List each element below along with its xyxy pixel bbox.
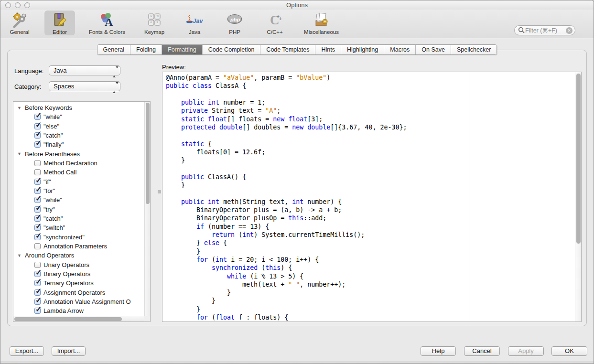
- toolbar-item-c-cpp[interactable]: C + + C/C++: [259, 11, 290, 35]
- tree-row[interactable]: Annotation Parameters: [13, 242, 144, 251]
- clear-filter-icon[interactable]: ✕: [566, 27, 572, 34]
- checkbox[interactable]: [34, 280, 41, 286]
- toolbar-item-fonts-colors[interactable]: A Fonts & Colors: [85, 11, 130, 35]
- import-button[interactable]: Import...: [52, 346, 86, 356]
- filter-input[interactable]: [525, 27, 566, 34]
- apply-button[interactable]: Apply: [508, 346, 544, 356]
- checkbox[interactable]: [34, 179, 41, 185]
- checkbox[interactable]: [34, 188, 41, 194]
- svg-text:Java: Java: [193, 18, 203, 24]
- tree-row[interactable]: Assignment Operators: [13, 288, 144, 297]
- tree-row[interactable]: "synchronized": [13, 233, 144, 242]
- toolbar-label: Java: [189, 29, 200, 35]
- title-bar: Options: [0, 0, 594, 10]
- tab-code-completion[interactable]: Code Completion: [203, 45, 261, 54]
- checkbox[interactable]: [34, 114, 41, 120]
- preview-vertical-scrollbar-thumb[interactable]: [576, 74, 581, 244]
- toolbar-item-general[interactable]: General: [4, 11, 35, 35]
- disclosure-triangle-icon[interactable]: ▼: [17, 253, 22, 258]
- code-line: [166, 164, 407, 172]
- tree-horizontal-scrollbar[interactable]: [13, 316, 144, 321]
- checkbox[interactable]: [34, 299, 41, 305]
- tree-row[interactable]: "while": [13, 112, 144, 121]
- tree-row[interactable]: "for": [13, 186, 144, 195]
- ok-button[interactable]: OK: [551, 346, 587, 356]
- checkbox[interactable]: [34, 160, 41, 166]
- tab-general[interactable]: General: [97, 45, 130, 54]
- category-label: Category:: [14, 83, 41, 90]
- tree-item-label: Lambda Arrow: [43, 307, 84, 314]
- checkbox[interactable]: [34, 141, 41, 148]
- checkbox[interactable]: [34, 308, 41, 314]
- tab-macros[interactable]: Macros: [384, 45, 416, 54]
- tab-spellchecker[interactable]: Spellchecker: [451, 45, 497, 54]
- checkbox[interactable]: [34, 197, 41, 203]
- tree-row[interactable]: "else": [13, 122, 144, 131]
- checkbox[interactable]: [34, 132, 41, 139]
- svg-text:+: +: [279, 16, 282, 21]
- tree-row[interactable]: Unary Operators: [13, 260, 144, 269]
- category-select[interactable]: Spaces: [49, 81, 120, 91]
- tree-row[interactable]: Binary Operators: [13, 269, 144, 278]
- filter-field[interactable]: ✕: [514, 25, 575, 35]
- checkbox[interactable]: [34, 262, 41, 268]
- checkbox[interactable]: [34, 123, 41, 129]
- tab-hints[interactable]: Hints: [315, 45, 341, 54]
- tab-folding[interactable]: Folding: [130, 45, 162, 54]
- tab-code-templates[interactable]: Code Templates: [260, 45, 315, 54]
- tree-row[interactable]: "switch": [13, 223, 144, 232]
- tree-row[interactable]: "catch": [13, 131, 144, 140]
- disclosure-triangle-icon[interactable]: ▼: [17, 151, 22, 156]
- code-line: for (int i = 20; i < 100; i++) {: [166, 256, 407, 264]
- toolbar-item-java[interactable]: Java Java: [179, 11, 210, 35]
- checkbox[interactable]: [34, 271, 41, 277]
- tab-highlighting[interactable]: Highlighting: [341, 45, 384, 54]
- code-line: }: [166, 181, 407, 189]
- php-logo-icon: php: [226, 11, 243, 29]
- toolbar-item-keymap[interactable]: QW AS Keymap: [139, 11, 170, 35]
- disclosure-triangle-icon[interactable]: ▼: [17, 106, 22, 110]
- checkbox[interactable]: [34, 225, 41, 231]
- toolbar-item-miscellaneous[interactable]: Miscellaneous: [300, 11, 343, 35]
- checkbox[interactable]: [34, 169, 41, 175]
- options-tree[interactable]: ▼Before Keywords"while""else""catch""fin…: [13, 101, 151, 322]
- tree-vertical-scrollbar-thumb[interactable]: [146, 103, 150, 204]
- tree-row[interactable]: "finally": [13, 140, 144, 149]
- toolbar-item-php[interactable]: php PHP: [219, 11, 250, 35]
- preview-vertical-scrollbar[interactable]: [575, 72, 581, 321]
- tree-row[interactable]: Annotation Value Assignment O: [13, 297, 144, 306]
- tree-row[interactable]: Method Call: [13, 168, 144, 177]
- tree-row[interactable]: Method Declaration: [13, 159, 144, 168]
- code-line: [166, 90, 407, 98]
- tree-horizontal-scrollbar-thumb[interactable]: [14, 317, 122, 321]
- tree-row[interactable]: ▼Before Parentheses: [13, 150, 144, 159]
- tab-formatting[interactable]: Formatting: [162, 45, 203, 54]
- checkbox[interactable]: [34, 234, 41, 240]
- tree-row[interactable]: Ternary Operators: [13, 278, 144, 288]
- language-select[interactable]: Java: [49, 65, 120, 75]
- tree-row[interactable]: "catch": [13, 214, 144, 223]
- cancel-button[interactable]: Cancel: [464, 346, 500, 356]
- tree-item-label: "if": [43, 178, 51, 185]
- checkbox[interactable]: [34, 243, 41, 249]
- toolbar-item-editor[interactable]: Editor: [44, 11, 75, 35]
- help-button[interactable]: Help: [421, 346, 456, 356]
- checkbox[interactable]: [34, 289, 41, 296]
- tree-row[interactable]: ▼Around Operators: [13, 251, 144, 260]
- checkbox[interactable]: [34, 206, 41, 213]
- toolbar-label: General: [10, 29, 30, 35]
- tree-row[interactable]: Lambda Arrow: [13, 306, 144, 315]
- code-line: [166, 131, 407, 139]
- language-label: Language:: [14, 67, 43, 75]
- checkbox[interactable]: [34, 215, 41, 222]
- tree-row[interactable]: "if": [13, 177, 144, 186]
- tab-on-save[interactable]: On Save: [416, 45, 451, 54]
- splitter-grip[interactable]: [158, 190, 161, 193]
- tree-row[interactable]: "try": [13, 205, 144, 214]
- export-button[interactable]: Export...: [10, 346, 44, 356]
- tree-vertical-scrollbar[interactable]: [144, 102, 150, 316]
- tree-row[interactable]: "while": [13, 195, 144, 204]
- tree-row[interactable]: ▼Before Keywords: [13, 103, 144, 112]
- code-preview-editor[interactable]: @Anno(paramA = "aValue", paramB = "bValu…: [162, 72, 582, 322]
- code-line: protected double[] doubles = new double[…: [166, 123, 407, 131]
